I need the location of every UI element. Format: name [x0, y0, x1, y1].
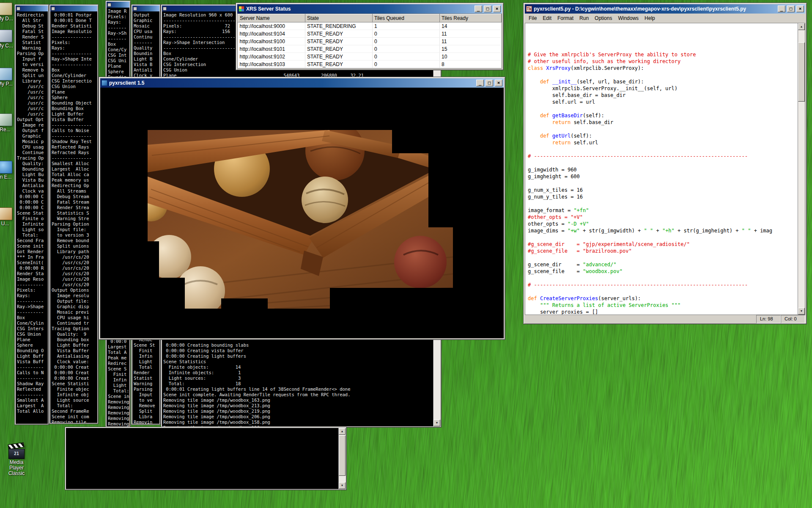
code-line [528, 234, 798, 241]
maximize-button[interactable]: □ [484, 6, 491, 12]
code-line: g_imgwidth = 960 [528, 166, 798, 173]
server-cell: STATE_READY [305, 30, 373, 38]
server-cell: 15 [440, 45, 502, 53]
code-line [528, 44, 798, 51]
console-window-1[interactable]: Redirectin All Str Debug St Fatal St Ren… [14, 4, 49, 425]
server-row[interactable]: http://localhost:9103STATE_READY08 [238, 61, 502, 68]
close-button[interactable]: × [495, 80, 502, 86]
server-cell: STATE_RENDERING [305, 22, 373, 30]
server-column-header[interactable]: State [305, 14, 373, 22]
minimize-button[interactable]: _ [778, 6, 785, 12]
code-line [528, 38, 798, 44]
server-cell: http://localhost:9104 [238, 30, 305, 38]
close-button[interactable]: × [493, 6, 501, 12]
server-cell: 0 [373, 30, 440, 38]
maximize-button[interactable]: □ [787, 6, 795, 12]
scroll-thumb[interactable] [798, 42, 805, 102]
server-cell: 0 [373, 38, 440, 45]
console-window-6[interactable]: ▲ ▼ [65, 427, 347, 490]
server-column-header[interactable]: Tiles Queued [373, 14, 440, 22]
menu-run[interactable]: Run [576, 14, 592, 22]
code-line: """ Returns a list of active ServerProxi… [528, 302, 798, 309]
maximize-button[interactable]: □ [486, 80, 493, 86]
idle-app-icon: Tk [526, 6, 532, 12]
my-computer-icon [0, 30, 12, 42]
console-output: Redirectin All Str Debug St Fatal St Ren… [16, 11, 48, 415]
server-cell: http://localhost:9103 [238, 61, 305, 68]
server-table-body: http://localhost:9000STATE_RENDERING114h… [238, 22, 502, 68]
editor-window[interactable]: Tk pyxrsclient5.py - D:\cygwin\home\them… [523, 3, 807, 324]
render-preview [148, 130, 453, 309]
minimize-button[interactable]: _ [475, 6, 482, 12]
code-line: g_imgheight = 600 [528, 173, 798, 180]
server-cell: 0 [373, 53, 440, 61]
pyxrsclient-window[interactable]: pyxrsclient 1.5 _ □ × [99, 77, 505, 340]
console-icon [163, 7, 167, 11]
pyxrsclient-titlebar[interactable]: pyxrsclient 1.5 _ □ × [100, 78, 504, 88]
server-cell: 8 [440, 61, 502, 68]
console-titlebar[interactable] [107, 2, 129, 8]
server-cell: http://localhost:9000 [238, 22, 305, 30]
code-line: def getBaseDir(self): [528, 112, 798, 119]
code-line: image_dims = "+w" + str(g_imgwidth) + " … [528, 227, 798, 234]
menu-windows[interactable]: Windows [615, 14, 642, 22]
menu-help[interactable]: Help [642, 14, 658, 22]
server-table-header: Server NameStateTiles QueuedTiles Ready [238, 14, 502, 22]
menu-format[interactable]: Format [554, 14, 576, 22]
window-title: pyxrsclient5.py - D:\cygwin\home\themaxx… [534, 6, 776, 12]
code-line: # other useful info, such as the working… [528, 58, 798, 65]
editor-statusbar: Ln: 98 Col: 0 [525, 315, 805, 323]
editor-body: # Give the xmlrpclib's ServerProxy the a… [525, 23, 805, 315]
server-row[interactable]: http://localhost:9000STATE_RENDERING114 [238, 22, 502, 30]
xrs-titlebar[interactable]: XRS Server Status _ □ × [237, 4, 502, 14]
scroll-thumb[interactable] [339, 435, 346, 476]
console-scrollbar[interactable]: ▲ ▼ [338, 428, 346, 489]
scroll-up-icon[interactable]: ▲ [339, 428, 346, 435]
console-output: 0:00:01 Postpr 0:00:01 Done T Render Sta… [50, 11, 97, 423]
window-title: XRS Server Status [246, 6, 473, 12]
woodbox-render [148, 130, 453, 309]
code-line [528, 126, 798, 133]
console-titlebar[interactable] [16, 6, 48, 11]
render-canvas [100, 88, 504, 338]
status-line: Ln: 98 [756, 315, 781, 323]
server-column-header[interactable]: Tiles Ready [440, 14, 502, 22]
scroll-down-icon[interactable]: ▼ [433, 420, 440, 426]
editor-titlebar[interactable]: Tk pyxrsclient5.py - D:\cygwin\home\them… [525, 4, 805, 14]
console-titlebar[interactable] [50, 6, 97, 11]
scroll-up-icon[interactable]: ▲ [798, 23, 805, 30]
server-status-panel: Server NameStateTiles QueuedTiles Ready … [237, 14, 502, 69]
code-line: self.base_dir = base_dir [528, 92, 798, 99]
server-cell: 10 [440, 53, 502, 61]
editor-scrollbar[interactable]: ▲ ▼ [798, 23, 805, 315]
server-row[interactable]: http://localhost:9104STATE_READY011 [238, 30, 502, 38]
minimize-button[interactable]: _ [476, 80, 484, 86]
code-line [528, 24, 798, 31]
utility-icon [0, 207, 12, 220]
menu-edit[interactable]: Edit [540, 14, 554, 22]
desktop-icon-media-player-classic[interactable]: 21 Media Player Classic [2, 444, 31, 476]
code-line: # Give the xmlrpclib's ServerProxy the a… [528, 51, 798, 58]
scroll-down-icon[interactable]: ▼ [339, 482, 346, 489]
server-row[interactable]: http://localhost:9102STATE_READY010 [238, 53, 502, 61]
status-col: Col: 0 [781, 315, 805, 323]
code-line: server_proxies = [] [528, 309, 798, 315]
server-row[interactable]: http://localhost:9101STATE_READY015 [238, 45, 502, 53]
code-line: g_num_y_tiles = 16 [528, 193, 798, 200]
menu-options[interactable]: Options [592, 14, 615, 22]
editor-code[interactable]: # Give the xmlrpclib's ServerProxy the a… [525, 23, 798, 315]
console-window-2[interactable]: 0:00:01 Postpr 0:00:01 Done T Render Sta… [49, 4, 99, 424]
server-cell: 14 [440, 22, 502, 30]
xrs-status-window[interactable]: XRS Server Status _ □ × Server NameState… [236, 3, 504, 70]
server-column-header[interactable]: Server Name [238, 14, 305, 22]
code-line [528, 105, 798, 112]
console-titlebar[interactable] [132, 6, 159, 11]
code-line: # --------------------------------------… [528, 282, 798, 288]
scroll-down-icon[interactable]: ▼ [798, 308, 805, 315]
server-cell: http://localhost:9102 [238, 53, 305, 61]
server-cell: 0 [373, 45, 440, 53]
server-row[interactable]: http://localhost:9100STATE_READY011 [238, 38, 502, 45]
menu-file[interactable]: File [526, 14, 540, 22]
close-button[interactable]: × [796, 6, 804, 12]
editor-menubar: FileEditFormatRunOptionsWindowsHelp [525, 14, 805, 23]
